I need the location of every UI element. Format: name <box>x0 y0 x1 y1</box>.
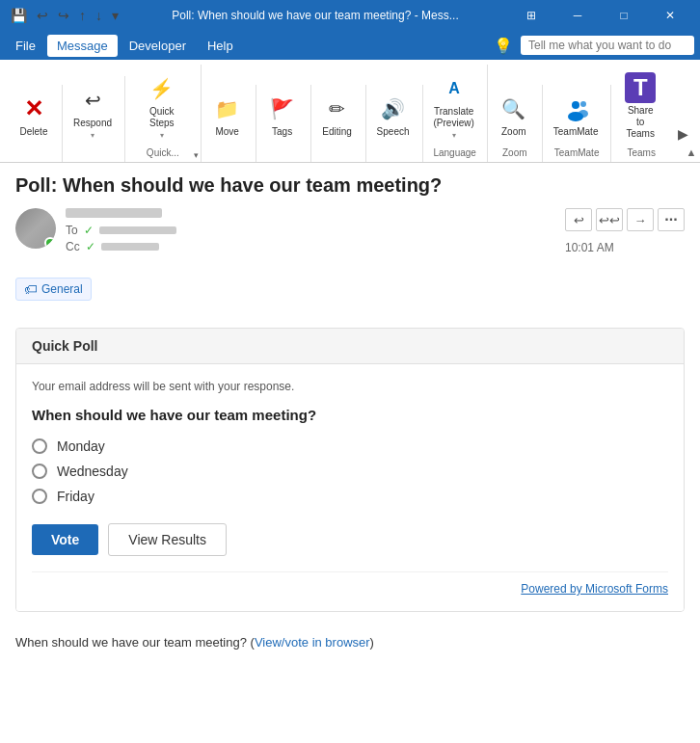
footer-text: When should we have our team meeting? <box>15 635 247 650</box>
menu-help[interactable]: Help <box>198 35 243 57</box>
restore-button[interactable]: □ <box>602 0 646 31</box>
nav-time-area: ↩ ↩↩ → ··· 10:01 AM <box>565 208 685 254</box>
teams-group-label: Teams <box>611 147 671 158</box>
title-bar: 💾 ↩ ↪ ↑ ↓ ▾ Poll: When should we have ou… <box>0 0 700 31</box>
list-item[interactable]: Monday <box>32 438 668 454</box>
menu-bar: File Message Developer Help 💡 <box>0 31 700 60</box>
radio-wednesday[interactable] <box>32 464 47 479</box>
share-teams-button[interactable]: T Share toTeams <box>615 67 665 145</box>
language-group-label: Language <box>423 147 487 158</box>
download-icon[interactable]: ↓ <box>93 6 105 25</box>
editing-button[interactable]: ✏ Editing <box>315 89 360 143</box>
category-icon: 🏷 <box>24 281 38 297</box>
teammate-button[interactable]: TeamMate <box>547 89 606 143</box>
tell-me-input[interactable] <box>521 36 694 55</box>
quick-steps-button[interactable]: ⚡ Quick Steps ▾ <box>129 68 195 145</box>
to-row: To ✓ <box>66 224 565 237</box>
menu-file[interactable]: File <box>6 35 45 57</box>
tags-label: Tags <box>272 126 292 138</box>
respond-button[interactable]: ↩ Respond ▾ <box>67 80 119 145</box>
ribbon-collapse-area[interactable]: ▲ <box>683 60 700 162</box>
category-area: 🏷 General <box>15 278 685 314</box>
option-friday: Friday <box>57 489 94 504</box>
ribbon-collapse-button[interactable]: ▲ <box>683 143 700 162</box>
list-item[interactable]: Wednesday <box>32 464 668 479</box>
email-meta-info: To ✓ Cc ✓ <box>66 208 565 256</box>
save-icon[interactable]: 💾 <box>8 6 30 25</box>
poll-notice: Your email address will be sent with you… <box>32 380 668 393</box>
speech-button[interactable]: 🔊 Speech <box>370 89 417 143</box>
move-button[interactable]: 📁 Move <box>205 89 250 143</box>
lightbulb-icon: 💡 <box>494 37 513 55</box>
reply-button[interactable]: ↩ <box>565 208 592 231</box>
cc-row: Cc ✓ <box>66 240 565 253</box>
cc-value <box>101 243 159 251</box>
more-actions-button[interactable]: ··· <box>658 208 685 231</box>
poll-options: Monday Wednesday Friday <box>32 438 668 504</box>
poll-question: When should we have our team meeting? <box>32 407 668 423</box>
radio-friday[interactable] <box>32 489 47 504</box>
svg-point-3 <box>579 110 588 118</box>
menu-developer[interactable]: Developer <box>120 35 196 57</box>
to-label: To <box>66 224 78 237</box>
ribbon-group-tags: 🚩 Tags <box>256 85 311 162</box>
email-meta: To ✓ Cc ✓ <box>15 208 565 268</box>
zoom-button[interactable]: 🔍 Zoom <box>492 89 536 143</box>
poll-footer: Powered by Microsoft Forms <box>32 571 668 596</box>
reply-all-button[interactable]: ↩↩ <box>596 208 623 231</box>
window-controls[interactable]: ⊞ ─ □ ✕ <box>509 0 692 31</box>
poll-card: Quick Poll Your email address will be se… <box>15 328 685 612</box>
move-label: Move <box>215 126 238 138</box>
view-results-button[interactable]: View Results <box>108 523 227 556</box>
qat-toolbar[interactable]: 💾 ↩ ↪ ↑ ↓ ▾ <box>8 6 121 25</box>
cc-check-icon: ✓ <box>86 240 95 253</box>
sender-name-placeholder <box>66 208 162 218</box>
share-teams-label: Share toTeams <box>622 105 659 140</box>
forward-button[interactable]: → <box>627 208 654 231</box>
undo-icon[interactable]: ↩ <box>34 6 51 25</box>
zoom-group-label: Zoom <box>488 147 542 158</box>
ribbon-group-teammate: TeamMate TeamMate <box>543 85 612 162</box>
category-tag[interactable]: 🏷 General <box>15 278 92 301</box>
delete-button[interactable]: ✕ Delete <box>12 89 56 143</box>
translate-button[interactable]: A Translate (Preview) ▾ <box>427 68 481 145</box>
close-button[interactable]: ✕ <box>648 0 692 31</box>
ribbon: ✕ Delete ↩ Respond ▾ ⚡ Quick Steps ▾ <box>0 60 700 163</box>
quick-steps-label: Quick Steps <box>136 106 188 129</box>
list-item[interactable]: Friday <box>32 489 668 504</box>
email-time: 10:01 AM <box>565 241 614 254</box>
email-nav-buttons: ↩ ↩↩ → ··· <box>565 208 685 231</box>
translate-label: Translate (Preview) <box>434 106 474 129</box>
redo-icon[interactable]: ↪ <box>55 6 72 25</box>
zoom-label: Zoom <box>501 126 526 138</box>
svg-point-2 <box>580 101 586 107</box>
view-vote-browser-link[interactable]: View/vote in browser <box>255 635 370 650</box>
window-title: Poll: When should we have our team meeti… <box>121 9 509 22</box>
radio-monday[interactable] <box>32 438 47 454</box>
microsoft-forms-link[interactable]: Powered by Microsoft Forms <box>521 582 668 596</box>
quick-steps-group-label: Quick... <box>125 147 201 158</box>
ribbon-group-editing: ✏ Editing <box>311 85 366 162</box>
vote-button[interactable]: Vote <box>32 524 98 555</box>
footer-link-close: ) <box>370 635 374 650</box>
teammate-group-label: TeamMate <box>543 147 611 158</box>
menu-message[interactable]: Message <box>47 35 118 57</box>
option-wednesday: Wednesday <box>57 464 128 479</box>
to-check-icon: ✓ <box>84 224 94 237</box>
minimize-button[interactable]: ─ <box>555 0 600 31</box>
ribbon-group-teams: T Share toTeams Teams <box>611 64 671 162</box>
ribbon-group-speech: 🔊 Speech <box>366 85 423 162</box>
cc-label: Cc <box>66 240 80 253</box>
sender-avatar <box>15 208 56 249</box>
poll-header: Quick Poll <box>16 329 684 364</box>
customize-qat-icon[interactable]: ▾ <box>109 6 121 25</box>
upload-icon[interactable]: ↑ <box>76 6 89 25</box>
email-content-area: Poll: When should we have our team meeti… <box>0 163 700 743</box>
ribbon-group-delete: ✕ Delete <box>8 85 63 162</box>
tags-button[interactable]: 🚩 Tags <box>260 89 305 143</box>
email-footer: When should we have our team meeting? (V… <box>15 627 685 657</box>
layout-button[interactable]: ⊞ <box>509 0 553 31</box>
ribbon-group-language: A Translate (Preview) ▾ Language <box>423 65 488 162</box>
poll-body: Your email address will be sent with you… <box>16 364 684 611</box>
quick-steps-expand[interactable]: ▾ <box>194 150 199 160</box>
